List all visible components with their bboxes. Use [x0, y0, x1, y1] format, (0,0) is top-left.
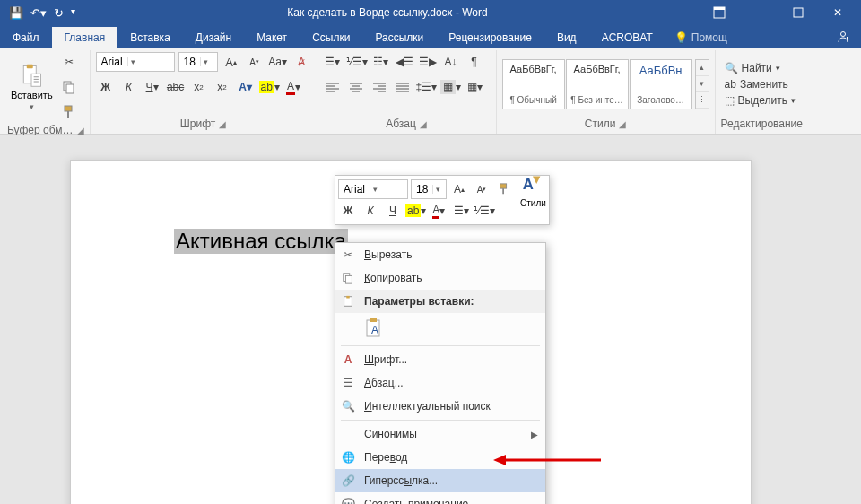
subscript-button[interactable]: x2 [189, 77, 209, 97]
mini-shrink-icon[interactable]: A▾ [472, 179, 491, 199]
change-case-icon[interactable]: Aa▾ [268, 52, 288, 72]
multilevel-icon[interactable]: ☷▾ [371, 52, 391, 72]
align-center-icon[interactable] [346, 77, 366, 97]
ribbon-display-icon[interactable] [700, 0, 739, 25]
mini-font-color-icon[interactable]: A▾ [429, 201, 448, 221]
svg-rect-34 [345, 275, 352, 283]
menu-hyperlink[interactable]: 🔗Гиперссылка... [335, 469, 545, 492]
menu-font[interactable]: AШрифт... [335, 348, 545, 371]
numbering-icon[interactable]: ⅟☰▾ [346, 52, 368, 72]
dialog-launcher-icon[interactable]: ◢ [420, 119, 427, 129]
dialog-launcher-icon[interactable]: ◢ [219, 119, 226, 129]
svg-rect-13 [67, 111, 69, 118]
menu-cut[interactable]: ✂ВВырезатьырезать [335, 243, 545, 266]
tell-me[interactable]: 💡Помощ [665, 27, 736, 48]
menu-new-comment[interactable]: 💬Создать примечание [335, 492, 545, 504]
font-size-dropdown[interactable]: 18▾ [178, 52, 218, 72]
style-heading[interactable]: АаБбВнЗаголово… [630, 59, 692, 109]
close-button[interactable]: ✕ [818, 0, 857, 25]
mini-bullets-icon[interactable]: ☰▾ [451, 201, 471, 221]
tab-acrobat[interactable]: ACROBAT [589, 27, 665, 48]
menu-synonyms[interactable]: Синонимы▶ [335, 422, 545, 446]
chevron-down-icon: ▾ [30, 102, 34, 111]
maximize-button[interactable] [778, 0, 818, 25]
highlight-icon[interactable]: ab▾ [259, 77, 280, 97]
cut-icon[interactable]: ✂ [59, 52, 79, 72]
replace-button[interactable]: abЗаменить [725, 78, 796, 91]
group-clipboard: Вставить ▾ ✂ Буфер обм…◢ [2, 50, 91, 134]
mini-format-painter-icon[interactable] [494, 179, 514, 199]
bulb-icon: 💡 [674, 31, 688, 44]
align-right-icon[interactable] [370, 77, 389, 97]
dialog-launcher-icon[interactable]: ◢ [619, 119, 626, 129]
replace-icon: ab [725, 78, 736, 91]
find-button[interactable]: 🔍Найти▾ [725, 62, 796, 74]
superscript-button[interactable]: x2 [213, 77, 232, 97]
show-marks-icon[interactable]: ¶ [465, 52, 484, 72]
mini-styles-button[interactable]: A Стили [520, 171, 546, 208]
mini-font-name[interactable]: Arial▾ [338, 179, 408, 199]
shading-icon[interactable]: ▦▾ [440, 77, 461, 97]
svg-marker-41 [493, 455, 506, 465]
bold-button[interactable]: Ж [96, 77, 116, 97]
bullets-icon[interactable]: ☰▾ [323, 52, 343, 72]
tab-home[interactable]: Главная [52, 27, 118, 48]
minimize-button[interactable]: — [739, 0, 778, 25]
italic-button[interactable]: К [119, 77, 139, 97]
svg-rect-1 [714, 7, 725, 10]
justify-icon[interactable] [393, 77, 413, 97]
menu-paste-option[interactable]: A [335, 313, 545, 343]
tab-references[interactable]: Ссылки [300, 27, 362, 48]
line-spacing-icon[interactable]: ‡☰▾ [416, 77, 438, 97]
share-icon[interactable] [825, 25, 861, 48]
svg-rect-5 [27, 65, 33, 68]
styles-gallery-nav[interactable]: ▴▾⋮ [695, 59, 709, 109]
strike-button[interactable]: abc [166, 77, 186, 97]
underline-button[interactable]: Ч▾ [143, 77, 162, 97]
shrink-font-icon[interactable]: A▾ [245, 52, 265, 72]
mini-font-size[interactable]: 18▾ [411, 179, 447, 199]
mini-highlight-icon[interactable]: ab▾ [405, 201, 426, 221]
dialog-launcher-icon[interactable]: ◢ [77, 126, 84, 135]
text-effects-icon[interactable]: A▾ [236, 77, 256, 97]
align-left-icon[interactable] [323, 77, 343, 97]
tab-review[interactable]: Рецензирование [436, 27, 544, 48]
mini-underline[interactable]: Ч [383, 201, 403, 221]
style-nospacing[interactable]: АаБбВвГг,¶ Без инте… [566, 59, 629, 109]
mini-italic[interactable]: К [361, 201, 380, 221]
select-button[interactable]: ⬚Выделить▾ [725, 94, 796, 107]
tab-mailings[interactable]: Рассылки [362, 27, 436, 48]
tab-layout[interactable]: Макет [244, 27, 300, 48]
paste-keep-formatting-icon[interactable]: A [364, 317, 386, 339]
tab-design[interactable]: Дизайн [183, 27, 244, 48]
menu-smart-lookup[interactable]: 🔍Интеллектуальный поиск [335, 395, 545, 418]
comment-icon: 💬 [339, 498, 357, 504]
decrease-indent-icon[interactable]: ◀☰ [395, 52, 414, 72]
grow-font-icon[interactable]: A▴ [222, 52, 241, 72]
increase-indent-icon[interactable]: ☰▶ [418, 52, 438, 72]
menu-paragraph[interactable]: ☰Абзац... [335, 371, 545, 395]
tab-insert[interactable]: Вставка [117, 27, 183, 48]
mini-bold[interactable]: Ж [338, 201, 358, 221]
borders-icon[interactable]: ▦▾ [465, 77, 484, 97]
font-name-dropdown[interactable]: Arial▾ [96, 52, 175, 72]
font-color-icon[interactable]: A▾ [283, 77, 303, 97]
selected-text[interactable]: Активная ссылка [174, 229, 348, 254]
redo-icon[interactable]: ↻ [54, 6, 64, 20]
search-icon: 🔍 [339, 400, 357, 413]
mini-numbering-icon[interactable]: ⅟☰▾ [474, 201, 495, 221]
font-icon: A [339, 353, 357, 366]
save-icon[interactable]: 💾 [9, 6, 23, 20]
menu-copy[interactable]: Копировать [335, 266, 545, 290]
tab-view[interactable]: Вид [544, 27, 589, 48]
copy-icon[interactable] [59, 77, 79, 97]
style-normal[interactable]: АаБбВвГг,¶ Обычный [502, 59, 565, 109]
clear-format-icon[interactable]: A̷ [291, 52, 311, 72]
undo-icon[interactable]: ↶▾ [30, 6, 47, 20]
chevron-right-icon: ▶ [531, 430, 538, 439]
sort-icon[interactable]: A↓ [441, 52, 461, 72]
format-painter-icon[interactable] [59, 102, 79, 122]
mini-grow-icon[interactable]: A▴ [449, 179, 469, 199]
tab-file[interactable]: Файл [0, 27, 52, 48]
paste-button[interactable]: Вставить ▾ [7, 61, 57, 113]
